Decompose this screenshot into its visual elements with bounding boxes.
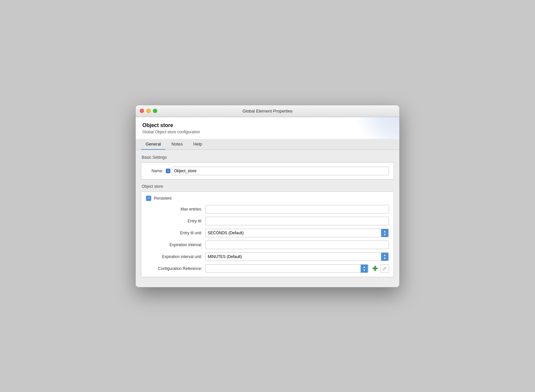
- main-body: Basic Settings Name: i Object store ✓ Pe…: [136, 150, 399, 287]
- persistent-label: Persistent: [154, 196, 171, 201]
- expiration-interval-unit-wrapper: MINUTES (Default) SECONDS MILLISECONDS H…: [205, 252, 389, 261]
- max-entries-row: Max entries:: [146, 205, 389, 213]
- object-store-title: Object store: [142, 122, 393, 128]
- edit-icon: [382, 266, 387, 271]
- expiration-interval-unit-row: Expiration interval unit: MINUTES (Defau…: [146, 252, 389, 261]
- entry-ttl-row: Entry ttl:: [146, 217, 389, 225]
- object-store-subtitle: Global Object store configuration: [142, 130, 393, 134]
- maximize-button[interactable]: [153, 109, 157, 113]
- tabs-bar: General Notes Help: [136, 139, 399, 150]
- object-store-section-label: Object store: [141, 184, 394, 189]
- entry-ttl-unit-wrapper: SECONDS (Default) MILLISECONDS MINUTES H…: [205, 229, 389, 237]
- expiration-interval-unit-label: Expiration interval unit:: [146, 254, 205, 259]
- config-ref-select-wrapper: ▲ ▼: [205, 264, 369, 273]
- config-ref-row: Configuration Reference: ▲ ▼ ✚: [146, 264, 389, 273]
- titlebar: Global Element Properties: [136, 105, 399, 117]
- object-store-box: ✓ Persistent Max entries: Entry ttl: Ent…: [141, 191, 394, 277]
- expiration-interval-label: Expiration interval:: [146, 243, 205, 247]
- entry-ttl-input[interactable]: [205, 217, 389, 225]
- config-btns: ✚: [371, 264, 389, 273]
- main-window: Global Element Properties Object store G…: [135, 105, 400, 287]
- entry-ttl-unit-label: Entry ttl unit:: [146, 231, 205, 235]
- name-row: Name: i: [146, 167, 389, 175]
- minimize-button[interactable]: [146, 109, 151, 113]
- max-entries-label: Max entries:: [146, 207, 205, 212]
- checkmark-icon: ✓: [147, 196, 150, 200]
- edit-config-button[interactable]: [380, 264, 389, 273]
- name-input[interactable]: [172, 167, 389, 175]
- window-title: Global Element Properties: [242, 109, 293, 114]
- entry-ttl-unit-select[interactable]: SECONDS (Default) MILLISECONDS MINUTES H…: [205, 229, 389, 237]
- traffic-lights: [140, 109, 157, 113]
- max-entries-input[interactable]: [205, 205, 389, 213]
- persistent-checkbox[interactable]: ✓: [146, 196, 151, 201]
- basic-settings-label: Basic Settings: [141, 155, 394, 160]
- expiration-interval-row: Expiration interval:: [146, 241, 389, 249]
- expiration-interval-unit-select[interactable]: MINUTES (Default) SECONDS MILLISECONDS H…: [205, 252, 389, 261]
- tab-help[interactable]: Help: [189, 139, 207, 150]
- plus-icon: ✚: [372, 265, 378, 272]
- entry-ttl-label: Entry ttl:: [146, 219, 205, 223]
- tab-notes[interactable]: Notes: [167, 139, 187, 150]
- tab-general[interactable]: General: [141, 139, 165, 150]
- header-section: Object store Global Object store configu…: [136, 117, 399, 139]
- entry-ttl-unit-row: Entry ttl unit: SECONDS (Default) MILLIS…: [146, 229, 389, 237]
- name-label: Name:: [146, 169, 166, 173]
- persistent-row: ✓ Persistent: [146, 196, 389, 201]
- name-info-icon: i: [166, 169, 170, 173]
- add-config-button[interactable]: ✚: [371, 264, 379, 273]
- config-ref-label: Configuration Reference:: [146, 266, 205, 271]
- config-ref-select[interactable]: [205, 264, 369, 273]
- close-button[interactable]: [140, 109, 144, 113]
- basic-settings-box: Name: i: [141, 162, 394, 180]
- expiration-interval-input[interactable]: [205, 241, 389, 249]
